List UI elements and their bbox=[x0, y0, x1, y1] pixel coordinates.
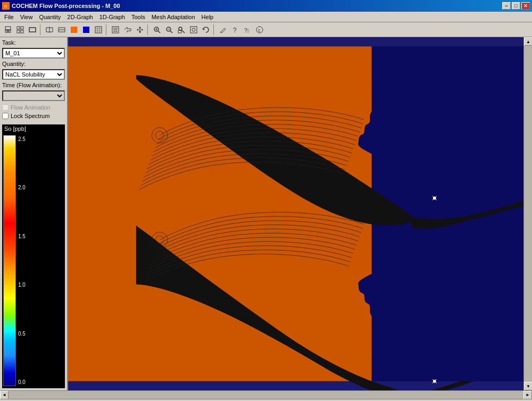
scroll-right-button[interactable]: ► bbox=[523, 391, 532, 399]
toolbar-zoom-full[interactable] bbox=[188, 24, 200, 36]
close-button[interactable]: ✕ bbox=[521, 2, 530, 10]
svg-rect-37 bbox=[178, 30, 181, 33]
svg-text:c: c bbox=[258, 28, 261, 33]
svg-point-35 bbox=[179, 27, 182, 30]
svg-rect-6 bbox=[17, 30, 20, 33]
status-bar: For Help, press F1 X= 0.199 Y= 0.312 bbox=[0, 399, 532, 401]
toolbar-help2[interactable]: ?⃝ bbox=[242, 24, 253, 36]
legend-title: So [ppb] bbox=[2, 124, 65, 133]
time-label: Time (Flow Animation): bbox=[2, 82, 65, 88]
svg-rect-2 bbox=[6, 30, 10, 31]
legend-label-15: 1.5 bbox=[18, 233, 26, 239]
flow-animation-checkbox[interactable] bbox=[2, 104, 9, 111]
scroll-up-button[interactable]: ▲ bbox=[524, 37, 532, 46]
toolbar-zoom-in[interactable] bbox=[151, 24, 163, 36]
toolbar-sep2 bbox=[106, 24, 108, 35]
toolbar-grid2[interactable] bbox=[93, 24, 104, 36]
legend-label-00: 0.0 bbox=[18, 379, 26, 385]
toolbar-grid[interactable] bbox=[14, 24, 26, 36]
svg-rect-5 bbox=[21, 27, 23, 29]
svg-line-29 bbox=[158, 31, 160, 33]
legend-label-25: 2.5 bbox=[18, 136, 26, 142]
svg-rect-0 bbox=[5, 27, 11, 30]
toolbar-arrows[interactable] bbox=[122, 24, 134, 36]
legend-label-05: 0.5 bbox=[18, 331, 26, 337]
menu-quantity[interactable]: Quantity bbox=[36, 12, 64, 22]
legend-label-20: 2.0 bbox=[18, 185, 26, 190]
menu-help[interactable]: Help bbox=[198, 12, 217, 22]
svg-rect-8 bbox=[29, 28, 36, 32]
menu-view[interactable]: View bbox=[17, 12, 36, 22]
left-panel: Task: M_01 M_00 Quantity: NaCL Solubilit… bbox=[0, 37, 68, 390]
task-label: Task: bbox=[2, 39, 65, 46]
lock-spectrum-label: Lock Spectrum bbox=[11, 113, 49, 119]
toolbar-sep1 bbox=[40, 24, 42, 35]
scroll-track-vertical[interactable] bbox=[524, 46, 532, 382]
legend-label-10: 1.0 bbox=[18, 282, 26, 288]
toolbar-sep3 bbox=[147, 24, 149, 35]
bottom-scrollbar: ◄ ► bbox=[0, 390, 532, 399]
time-select[interactable] bbox=[2, 90, 65, 101]
right-scrollbar: ▲ ▼ bbox=[523, 37, 532, 390]
toolbar: ? ?⃝ c bbox=[0, 22, 532, 37]
maximize-button[interactable]: □ bbox=[512, 2, 520, 10]
quantity-label: Quantity: bbox=[2, 61, 65, 67]
menu-2dgraph[interactable]: 2D-Graph bbox=[64, 12, 96, 22]
menu-bar: File View Quantity 2D-Graph 1D-Graph Too… bbox=[0, 12, 532, 22]
toolbar-zoom-out[interactable] bbox=[163, 24, 175, 36]
toolbar-expand-h[interactable] bbox=[44, 24, 55, 36]
svg-rect-14 bbox=[83, 27, 89, 33]
legend-labels: 2.5 2.0 1.5 1.0 0.5 0.0 bbox=[18, 135, 26, 386]
toolbar-expand-v[interactable] bbox=[56, 24, 68, 36]
color-legend: So [ppb] 2.5 2.0 1.5 1.0 0.5 0.0 bbox=[2, 124, 65, 388]
toolbar-lines[interactable] bbox=[110, 24, 121, 36]
svg-line-33 bbox=[170, 31, 172, 33]
menu-file[interactable]: File bbox=[1, 12, 17, 22]
flow-animation-label: Flow Animation bbox=[11, 104, 51, 111]
legend-gradient bbox=[3, 135, 16, 386]
scroll-down-button[interactable]: ▼ bbox=[524, 382, 532, 390]
toolbar-print[interactable] bbox=[2, 24, 14, 36]
lock-spectrum-checkbox[interactable] bbox=[2, 113, 9, 119]
svg-marker-24 bbox=[139, 27, 141, 28]
toolbar-color2[interactable] bbox=[80, 24, 92, 36]
menu-tools[interactable]: Tools bbox=[128, 12, 148, 22]
svg-rect-1 bbox=[5, 30, 11, 32]
svg-rect-13 bbox=[71, 27, 77, 33]
svg-rect-7 bbox=[21, 30, 23, 33]
toolbar-rect[interactable] bbox=[27, 24, 38, 36]
svg-rect-15 bbox=[95, 27, 102, 33]
svg-marker-25 bbox=[139, 31, 141, 33]
visualization-svg bbox=[68, 37, 523, 390]
legend-body: 2.5 2.0 1.5 1.0 0.5 0.0 bbox=[2, 133, 65, 388]
svg-rect-4 bbox=[17, 27, 20, 29]
svg-line-36 bbox=[182, 30, 185, 33]
svg-point-39 bbox=[192, 28, 195, 31]
svg-text:?⃝: ?⃝ bbox=[244, 28, 249, 34]
minimize-button[interactable]: − bbox=[502, 2, 511, 10]
viz-area[interactable] bbox=[68, 37, 523, 390]
menu-mesh[interactable]: Mesh Adaptation bbox=[148, 12, 198, 22]
toolbar-refresh[interactable] bbox=[200, 24, 212, 36]
app-icon: C bbox=[2, 2, 10, 10]
scroll-track-horizontal[interactable] bbox=[9, 391, 523, 399]
toolbar-pen[interactable] bbox=[217, 24, 229, 36]
toolbar-zoom-rect[interactable] bbox=[176, 24, 187, 36]
toolbar-move[interactable] bbox=[134, 24, 146, 36]
task-select[interactable]: M_01 M_00 bbox=[2, 48, 65, 59]
svg-text:?: ? bbox=[233, 27, 237, 34]
svg-marker-26 bbox=[137, 29, 138, 31]
scroll-left-button[interactable]: ◄ bbox=[0, 391, 9, 399]
svg-marker-47 bbox=[68, 46, 372, 381]
menu-1dgraph[interactable]: 1D-Graph bbox=[96, 12, 128, 22]
title-bar: C COCHEM Flow Post-processing - M_00 − □… bbox=[0, 0, 532, 12]
quantity-select[interactable]: NaCL Solubility bbox=[2, 69, 65, 80]
toolbar-color1[interactable] bbox=[68, 24, 80, 36]
svg-rect-38 bbox=[190, 27, 197, 33]
toolbar-help[interactable]: ? bbox=[229, 24, 241, 36]
main-container: Task: M_01 M_00 Quantity: NaCL Solubilit… bbox=[0, 37, 532, 390]
svg-rect-3 bbox=[6, 31, 10, 32]
window-title: COCHEM Flow Post-processing - M_00 bbox=[12, 3, 120, 9]
toolbar-about[interactable]: c bbox=[254, 24, 265, 36]
toolbar-sep4 bbox=[213, 24, 215, 35]
